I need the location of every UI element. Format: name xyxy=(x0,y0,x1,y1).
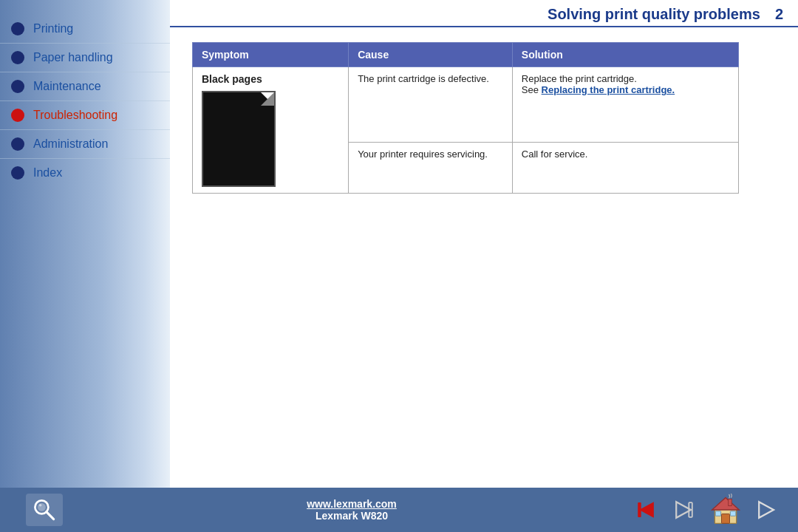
table-header-row: Symptom Cause Solution xyxy=(193,43,739,67)
solution-text-1: Replace the print cartridge. xyxy=(522,73,637,84)
sidebar-label-paper-handling: Paper handling xyxy=(33,51,113,64)
black-page-image xyxy=(202,91,276,187)
page-number: 2 xyxy=(775,6,783,23)
footer-nav-buttons xyxy=(630,494,783,526)
sidebar-label-maintenance: Maintenance xyxy=(33,80,101,93)
content-area: Solving print quality problems 2 Symptom… xyxy=(170,0,798,488)
search-button[interactable] xyxy=(26,494,63,526)
sidebar-bullet-printing xyxy=(11,22,24,35)
next-arrow-icon xyxy=(754,497,780,523)
sidebar-label-printing: Printing xyxy=(33,22,73,35)
forward-arrow-icon xyxy=(671,497,698,523)
back-button[interactable] xyxy=(630,494,662,526)
page-header: Solving print quality problems 2 xyxy=(170,0,798,27)
svg-rect-11 xyxy=(715,511,720,516)
next-button[interactable] xyxy=(751,494,783,526)
search-icon xyxy=(31,497,58,523)
sidebar-item-index[interactable]: Index xyxy=(0,159,170,187)
page-title: Solving print quality problems xyxy=(548,6,760,23)
column-header-cause: Cause xyxy=(349,43,513,67)
sidebar-label-index: Index xyxy=(33,166,62,180)
sidebar-label-troubleshooting: Troubleshooting xyxy=(33,109,117,122)
sidebar-item-printing[interactable]: Printing xyxy=(0,15,170,44)
back-arrow-icon xyxy=(632,497,659,523)
sidebar-bullet-maintenance xyxy=(11,80,24,93)
sidebar-item-administration[interactable]: Administration xyxy=(0,130,170,159)
svg-rect-13 xyxy=(729,499,732,505)
sidebar-label-administration: Administration xyxy=(33,137,108,151)
sidebar-item-paper-handling[interactable]: Paper handling xyxy=(0,44,170,72)
symptom-cell-black-pages: Black pages xyxy=(193,67,349,194)
home-icon xyxy=(709,494,742,526)
footer: www.lexmark.com Lexmark W820 xyxy=(0,488,798,532)
svg-line-2 xyxy=(47,512,54,519)
solution-cell-2: Call for service. xyxy=(512,142,738,193)
main-container: Printing Paper handling Maintenance Trou… xyxy=(0,0,798,488)
sidebar-bullet-paper-handling xyxy=(11,51,24,64)
home-button[interactable] xyxy=(706,494,745,526)
footer-center: www.lexmark.com Lexmark W820 xyxy=(74,498,630,522)
sidebar-bullet-administration xyxy=(11,137,24,151)
solution-see-prefix: See xyxy=(522,84,542,95)
forward-button[interactable] xyxy=(668,494,700,526)
problem-table: Symptom Cause Solution Black pages The p… xyxy=(192,42,739,194)
cause-cell-2: Your printer requires servicing. xyxy=(349,142,513,193)
column-header-solution: Solution xyxy=(512,43,738,67)
cause-cell-1: The print cartridge is defective. xyxy=(349,67,513,143)
column-header-symptom: Symptom xyxy=(193,43,349,67)
sidebar-item-troubleshooting[interactable]: Troubleshooting xyxy=(0,101,170,130)
solution-link[interactable]: Replacing the print cartridge. xyxy=(542,84,675,95)
symptom-label: Black pages xyxy=(202,73,339,85)
content-body: Symptom Cause Solution Black pages The p… xyxy=(170,27,798,488)
footer-website-link[interactable]: www.lexmark.com xyxy=(74,498,630,510)
svg-marker-14 xyxy=(759,502,774,518)
svg-marker-9 xyxy=(712,498,740,511)
svg-rect-10 xyxy=(722,514,730,524)
sidebar: Printing Paper handling Maintenance Trou… xyxy=(0,0,170,488)
svg-rect-12 xyxy=(730,511,735,516)
svg-point-3 xyxy=(39,504,42,507)
sidebar-item-maintenance[interactable]: Maintenance xyxy=(0,72,170,101)
table-row-1: Black pages The print cartridge is defec… xyxy=(193,67,739,143)
svg-point-1 xyxy=(38,503,46,511)
sidebar-bullet-troubleshooting xyxy=(11,109,24,122)
svg-marker-4 xyxy=(639,502,654,518)
solution-cell-1: Replace the print cartridge. See Replaci… xyxy=(512,67,738,143)
footer-brand: Lexmark W820 xyxy=(316,510,388,522)
sidebar-bullet-index xyxy=(11,166,24,180)
svg-rect-5 xyxy=(638,502,641,517)
footer-left xyxy=(15,494,74,526)
